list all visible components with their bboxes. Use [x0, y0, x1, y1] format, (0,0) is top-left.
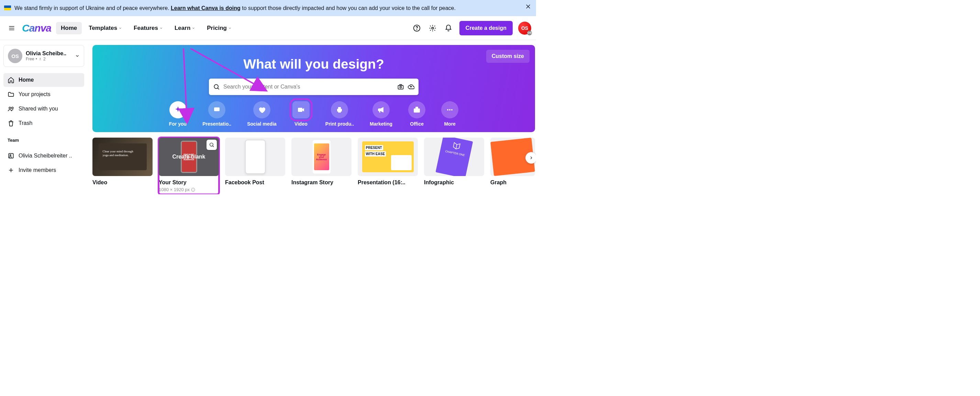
svg-point-1 [417, 30, 417, 30]
template-instagram-story[interactable]: EngageyourAudience Instagram Story [291, 138, 352, 185]
hamburger-icon [8, 25, 15, 32]
sparkle-icon [174, 106, 182, 114]
template-video[interactable]: Clear your mind through yoga and meditat… [92, 138, 153, 185]
banner-link[interactable]: Learn what Canva is doing [171, 5, 240, 11]
sidebar-trash[interactable]: Trash [3, 116, 84, 130]
nav-pricing[interactable]: Pricing [202, 22, 236, 34]
svg-point-3 [40, 58, 41, 59]
folder-icon [8, 91, 14, 98]
sidebar-team-header: Team [8, 138, 80, 143]
template-instagram-title: Instagram Story [291, 179, 352, 185]
person-icon [38, 57, 42, 61]
svg-point-10 [400, 87, 402, 88]
nav-features[interactable]: Features [129, 22, 168, 34]
nav-features-label: Features [134, 25, 158, 32]
search-input[interactable] [223, 84, 394, 90]
nav-learn[interactable]: Learn [170, 22, 200, 34]
custom-size-button[interactable]: Custom size [486, 50, 530, 63]
bell-icon [445, 24, 452, 32]
svg-rect-12 [298, 108, 302, 112]
nav-templates-label: Templates [89, 25, 117, 32]
notifications-button[interactable] [442, 21, 455, 35]
template-video-title: Video [92, 179, 153, 185]
template-your-story-title: Your Story [159, 179, 219, 185]
sidebar-home-label: Home [19, 77, 34, 83]
svg-point-17 [447, 109, 449, 111]
menu-button[interactable] [5, 21, 19, 35]
create-blank-label: Create blank [172, 154, 205, 160]
sidebar-team-label: Olivia Scheibelreiter .. [19, 153, 72, 159]
cat-more[interactable]: More [441, 101, 458, 127]
cat-social[interactable]: Social media [247, 101, 277, 127]
banner-text: We stand firmly in support of Ukraine an… [14, 4, 456, 12]
help-button[interactable] [410, 21, 424, 35]
user-plan: Free• 2 [26, 57, 72, 62]
template-your-story[interactable]: ENGAGEYourAudience Create blank Your Sto… [159, 138, 219, 194]
svg-point-18 [449, 109, 450, 111]
info-icon [191, 188, 195, 192]
sidebar-projects[interactable]: Your projects [3, 87, 84, 101]
print-icon [336, 106, 344, 114]
camera-icon[interactable] [397, 83, 404, 90]
briefcase-icon [413, 106, 421, 114]
create-design-button[interactable]: Create a design [460, 21, 513, 35]
scroll-next-button[interactable] [525, 152, 536, 164]
svg-rect-15 [338, 111, 341, 112]
sidebar: OS Olivia Scheibe.. Free• 2 Home Your pr… [0, 40, 88, 194]
chevron-right-icon [529, 155, 534, 160]
banner-close-button[interactable] [525, 3, 531, 11]
category-row: For you Presentatio.. Social media Video… [169, 101, 458, 127]
svg-rect-11 [214, 108, 220, 111]
template-graph-title: Graph [490, 179, 535, 185]
svg-point-2 [431, 27, 434, 29]
template-facebook-post[interactable]: Facebook Post [225, 138, 285, 185]
svg-point-22 [210, 143, 213, 146]
sidebar-invite[interactable]: Invite members [3, 163, 84, 177]
banner-text-after: to support those directly impacted and h… [240, 5, 456, 11]
chevron-down-icon [228, 27, 232, 30]
avatar-initials: OS [521, 25, 528, 31]
user-name: Olivia Scheibe.. [26, 51, 72, 57]
avatar-sub-badge: OS [527, 30, 532, 35]
trash-icon [8, 120, 14, 127]
template-infographic-title: Infographic [424, 179, 484, 185]
chevron-down-icon [192, 27, 195, 30]
home-icon [8, 76, 14, 83]
ukraine-banner: We stand firmly in support of Ukraine an… [0, 0, 536, 16]
plus-icon [8, 167, 14, 174]
svg-point-4 [9, 107, 11, 109]
cat-marketing[interactable]: Marketing [370, 101, 392, 127]
cat-presentation[interactable]: Presentatio.. [202, 101, 231, 127]
nav-home[interactable]: Home [56, 22, 82, 34]
sidebar-team[interactable]: Olivia Scheibelreiter .. [3, 149, 84, 163]
top-nav: Canva Home Templates Features Learn Pric… [0, 16, 536, 40]
svg-point-7 [10, 155, 11, 156]
svg-point-5 [12, 107, 13, 109]
nav-templates[interactable]: Templates [84, 22, 127, 34]
template-presentation[interactable]: PRESENTWITH EASE Presentation (16:.. [358, 138, 418, 185]
template-infographic[interactable]: CHAPTER ONE Infographic [424, 138, 484, 185]
preview-button[interactable] [207, 139, 217, 150]
nav-learn-label: Learn [175, 25, 190, 32]
nav-home-label: Home [61, 25, 77, 32]
cat-office[interactable]: Office [408, 101, 425, 127]
user-switcher[interactable]: OS Olivia Scheibe.. Free• 2 [3, 45, 84, 67]
search-bar[interactable] [209, 79, 418, 95]
close-icon [525, 3, 531, 10]
nav-pricing-label: Pricing [207, 25, 227, 32]
settings-button[interactable] [426, 21, 439, 35]
svg-point-8 [214, 85, 218, 89]
sidebar-home[interactable]: Home [3, 73, 84, 87]
canva-logo[interactable]: Canva [22, 22, 51, 34]
team-icon [8, 152, 14, 159]
search-icon [209, 142, 215, 147]
cat-print[interactable]: Print produ.. [325, 101, 354, 127]
cat-for-you[interactable]: For you [169, 101, 186, 127]
cat-video[interactable]: Video [293, 101, 310, 127]
upload-cloud-icon[interactable] [407, 83, 414, 90]
sidebar-shared[interactable]: Shared with you [3, 102, 84, 116]
help-icon [413, 24, 421, 32]
user-avatar: OS [8, 49, 22, 63]
heart-icon [258, 106, 266, 114]
account-avatar[interactable]: OS OS [518, 22, 531, 35]
